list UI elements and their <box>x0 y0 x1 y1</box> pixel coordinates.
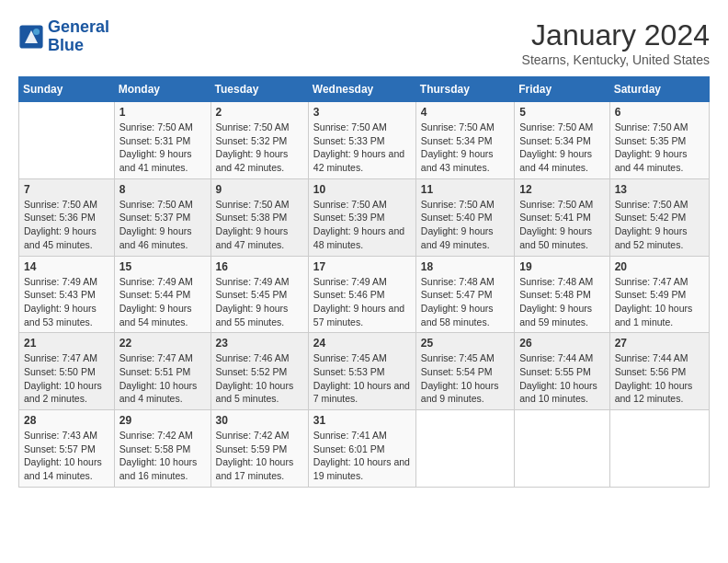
daylight-text: Daylight: 10 hours and 4 minutes. <box>119 379 206 406</box>
weekday-header: Tuesday <box>210 77 308 102</box>
calendar-cell: 13 Sunrise: 7:50 AM Sunset: 5:42 PM Dayl… <box>609 178 709 256</box>
sunrise-text: Sunrise: 7:50 AM <box>421 198 509 212</box>
sunrise-text: Sunrise: 7:44 AM <box>519 351 604 365</box>
daylight-text: Daylight: 10 hours and 12 minutes. <box>615 379 704 406</box>
logo-line1: General <box>48 17 109 36</box>
sunrise-text: Sunrise: 7:50 AM <box>313 121 411 134</box>
sunset-text: Sunset: 5:37 PM <box>119 211 206 224</box>
weekday-header: Friday <box>515 77 609 102</box>
sunset-text: Sunset: 5:34 PM <box>519 134 604 148</box>
sunset-text: Sunset: 5:54 PM <box>421 365 509 379</box>
day-info: Sunrise: 7:49 AM Sunset: 5:46 PM Dayligh… <box>313 275 411 329</box>
day-number: 7 <box>24 183 109 196</box>
day-info: Sunrise: 7:50 AM Sunset: 5:34 PM Dayligh… <box>519 121 604 175</box>
daylight-text: Daylight: 10 hours and 2 minutes. <box>24 379 109 406</box>
sunrise-text: Sunrise: 7:44 AM <box>615 351 704 365</box>
calendar-cell: 17 Sunrise: 7:49 AM Sunset: 5:46 PM Dayl… <box>308 256 415 333</box>
sunrise-text: Sunrise: 7:46 AM <box>216 351 303 365</box>
calendar-cell: 29 Sunrise: 7:42 AM Sunset: 5:58 PM Dayl… <box>114 410 210 488</box>
sunset-text: Sunset: 5:35 PM <box>615 134 704 148</box>
daylight-text: Daylight: 10 hours and 14 minutes. <box>24 455 109 482</box>
sunrise-text: Sunrise: 7:45 AM <box>313 351 411 365</box>
weekday-header: Saturday <box>609 77 709 102</box>
daylight-text: Daylight: 9 hours and 59 minutes. <box>519 302 604 328</box>
weekday-header: Wednesday <box>308 77 415 102</box>
calendar-cell: 8 Sunrise: 7:50 AM Sunset: 5:37 PM Dayli… <box>114 178 210 256</box>
month-title: January 2024 <box>522 18 710 52</box>
sunset-text: Sunset: 5:58 PM <box>119 442 206 456</box>
daylight-text: Daylight: 9 hours and 45 minutes. <box>24 224 109 251</box>
sunrise-text: Sunrise: 7:50 AM <box>615 198 704 212</box>
calendar-cell: 28 Sunrise: 7:43 AM Sunset: 5:57 PM Dayl… <box>19 410 115 488</box>
logo: General Blue <box>18 18 109 55</box>
calendar-cell: 4 Sunrise: 7:50 AM Sunset: 5:34 PM Dayli… <box>415 102 514 179</box>
logo-text: General Blue <box>48 18 109 55</box>
sunset-text: Sunset: 5:39 PM <box>313 211 411 224</box>
svg-point-2 <box>33 29 40 35</box>
sunrise-text: Sunrise: 7:50 AM <box>615 121 704 134</box>
sunset-text: Sunset: 5:51 PM <box>119 365 206 379</box>
sunset-text: Sunset: 5:44 PM <box>119 288 206 302</box>
weekday-row: SundayMondayTuesdayWednesdayThursdayFrid… <box>19 77 710 102</box>
daylight-text: Daylight: 9 hours and 49 minutes. <box>421 224 509 251</box>
daylight-text: Daylight: 10 hours and 17 minutes. <box>216 455 303 482</box>
daylight-text: Daylight: 9 hours and 44 minutes. <box>615 147 704 174</box>
day-number: 17 <box>313 260 411 273</box>
calendar-cell: 20 Sunrise: 7:47 AM Sunset: 5:49 PM Dayl… <box>609 256 709 333</box>
daylight-text: Daylight: 10 hours and 16 minutes. <box>119 455 206 482</box>
day-number: 10 <box>313 183 411 196</box>
daylight-text: Daylight: 10 hours and 10 minutes. <box>519 379 604 406</box>
daylight-text: Daylight: 9 hours and 58 minutes. <box>421 302 509 328</box>
sunset-text: Sunset: 5:52 PM <box>216 365 303 379</box>
sunset-text: Sunset: 5:55 PM <box>519 365 604 379</box>
sunset-text: Sunset: 6:01 PM <box>313 442 411 456</box>
day-number: 12 <box>519 183 604 196</box>
sunrise-text: Sunrise: 7:50 AM <box>519 198 604 212</box>
day-number: 31 <box>313 414 411 427</box>
day-info: Sunrise: 7:50 AM Sunset: 5:40 PM Dayligh… <box>421 198 509 252</box>
day-info: Sunrise: 7:50 AM Sunset: 5:39 PM Dayligh… <box>313 198 411 252</box>
sunset-text: Sunset: 5:41 PM <box>519 211 604 224</box>
day-info: Sunrise: 7:45 AM Sunset: 5:53 PM Dayligh… <box>313 351 411 406</box>
sunrise-text: Sunrise: 7:48 AM <box>519 275 604 289</box>
calendar-cell <box>415 410 514 488</box>
sunset-text: Sunset: 5:32 PM <box>216 134 303 148</box>
sunset-text: Sunset: 5:38 PM <box>216 211 303 224</box>
calendar-body: 1 Sunrise: 7:50 AM Sunset: 5:31 PM Dayli… <box>19 102 710 488</box>
daylight-text: Daylight: 10 hours and 19 minutes. <box>313 455 411 482</box>
sunrise-text: Sunrise: 7:50 AM <box>216 121 303 134</box>
day-info: Sunrise: 7:50 AM Sunset: 5:31 PM Dayligh… <box>119 121 206 175</box>
day-number: 3 <box>313 106 411 119</box>
day-info: Sunrise: 7:46 AM Sunset: 5:52 PM Dayligh… <box>216 351 303 406</box>
weekday-header: Thursday <box>415 77 514 102</box>
calendar-week-row: 28 Sunrise: 7:43 AM Sunset: 5:57 PM Dayl… <box>19 410 710 488</box>
sunrise-text: Sunrise: 7:49 AM <box>313 275 411 289</box>
logo-line2: Blue <box>48 36 84 54</box>
calendar-cell: 16 Sunrise: 7:49 AM Sunset: 5:45 PM Dayl… <box>210 256 308 333</box>
sunset-text: Sunset: 5:36 PM <box>24 211 109 224</box>
calendar-cell: 14 Sunrise: 7:49 AM Sunset: 5:43 PM Dayl… <box>19 256 115 333</box>
sunset-text: Sunset: 5:50 PM <box>24 365 109 379</box>
day-number: 20 <box>615 260 704 273</box>
day-info: Sunrise: 7:50 AM Sunset: 5:33 PM Dayligh… <box>313 121 411 175</box>
day-info: Sunrise: 7:44 AM Sunset: 5:56 PM Dayligh… <box>615 351 704 406</box>
sunset-text: Sunset: 5:59 PM <box>216 442 303 456</box>
day-number: 18 <box>421 260 509 273</box>
day-number: 15 <box>119 260 206 273</box>
day-info: Sunrise: 7:49 AM Sunset: 5:44 PM Dayligh… <box>119 275 206 329</box>
day-number: 8 <box>119 183 206 196</box>
day-number: 11 <box>421 183 509 196</box>
daylight-text: Daylight: 10 hours and 1 minute. <box>615 302 704 328</box>
sunrise-text: Sunrise: 7:47 AM <box>24 351 109 365</box>
calendar-cell: 26 Sunrise: 7:44 AM Sunset: 5:55 PM Dayl… <box>515 333 609 410</box>
sunset-text: Sunset: 5:47 PM <box>421 288 509 302</box>
day-info: Sunrise: 7:48 AM Sunset: 5:47 PM Dayligh… <box>421 275 509 329</box>
weekday-header: Sunday <box>19 77 115 102</box>
calendar-cell <box>515 410 609 488</box>
day-info: Sunrise: 7:47 AM Sunset: 5:49 PM Dayligh… <box>615 275 704 329</box>
day-number: 23 <box>216 337 303 350</box>
calendar-week-row: 1 Sunrise: 7:50 AM Sunset: 5:31 PM Dayli… <box>19 102 710 179</box>
calendar-cell: 22 Sunrise: 7:47 AM Sunset: 5:51 PM Dayl… <box>114 333 210 410</box>
day-info: Sunrise: 7:49 AM Sunset: 5:43 PM Dayligh… <box>24 275 109 329</box>
sunrise-text: Sunrise: 7:42 AM <box>216 429 303 442</box>
